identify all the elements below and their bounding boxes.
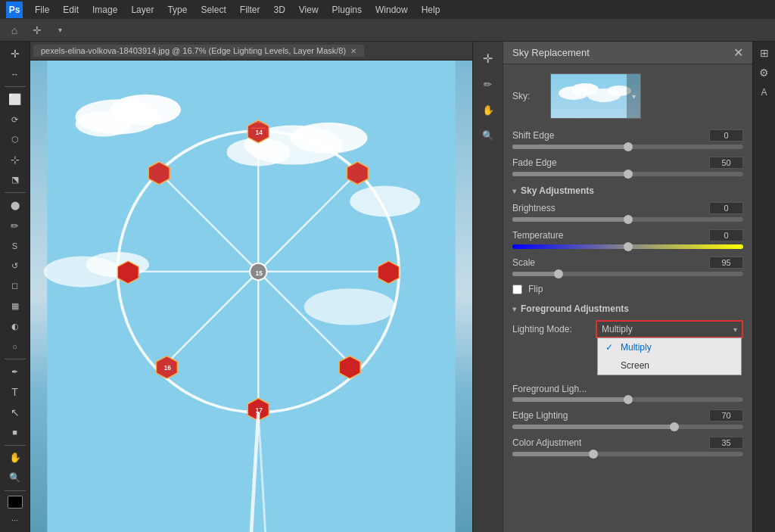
temperature-value[interactable]: [709, 229, 743, 241]
menu-3d[interactable]: 3D: [267, 3, 291, 17]
gradient-tool[interactable]: ▦: [5, 297, 26, 316]
separator-1: [5, 86, 26, 87]
move-icon[interactable]: ✛: [29, 22, 45, 39]
text-tool[interactable]: T: [5, 383, 26, 402]
brightness-slider[interactable]: [512, 217, 743, 222]
shift-edge-control: Shift Edge: [512, 129, 743, 149]
path-select-tool[interactable]: ↖: [5, 403, 26, 422]
fg-adj-chevron: ▾: [512, 305, 516, 313]
options-bar: ⌂ ✛ ▾: [0, 19, 775, 42]
svg-text:17: 17: [256, 406, 263, 414]
temperature-slider[interactable]: [512, 244, 743, 249]
svg-point-10: [304, 288, 396, 325]
screen-label: Screen: [621, 360, 649, 371]
dialog-hand-icon[interactable]: ✋: [478, 99, 499, 120]
flip-checkbox[interactable]: [512, 285, 522, 294]
fade-edge-slider[interactable]: [512, 172, 743, 176]
shift-edge-value[interactable]: [709, 129, 743, 142]
edge-lighting-value[interactable]: [709, 409, 743, 422]
menu-filter[interactable]: Filter: [234, 3, 266, 17]
brightness-label: Brightness: [512, 203, 556, 213]
menu-edit[interactable]: Edit: [57, 3, 85, 17]
menu-window[interactable]: Window: [369, 3, 414, 17]
home-icon[interactable]: ⌂: [6, 22, 23, 39]
document-tab[interactable]: pexels-elina-volkova-18403914.jpg @ 16.7…: [33, 45, 364, 57]
blur-tool[interactable]: ◐: [5, 317, 26, 336]
crop-tool[interactable]: ⊹: [5, 151, 26, 170]
temperature-label: Temperature: [512, 230, 563, 241]
healing-tool[interactable]: ⬤: [5, 196, 26, 215]
dialog-zoom-icon[interactable]: 🔍: [478, 125, 499, 146]
foreground-color[interactable]: [8, 496, 23, 509]
sky-thumbnail[interactable]: ▾: [550, 73, 641, 119]
menu-plugins[interactable]: Plugins: [326, 3, 368, 17]
dialog-close-btn[interactable]: ✕: [733, 45, 743, 60]
color-adjustment-slider[interactable]: [512, 452, 743, 456]
foreground-lighting-control: Foreground Ligh...: [512, 384, 743, 402]
move-tool[interactable]: ✛: [5, 45, 26, 64]
dialog-toolbar: ✛ ✏ ✋ 🔍: [473, 42, 503, 532]
marquee-tool[interactable]: ⬜: [5, 90, 26, 109]
separator-5: [5, 490, 26, 491]
dialog-header: Sky Replacement ✕: [503, 42, 752, 64]
edge-lighting-label: Edge Lighting: [512, 410, 568, 421]
scale-slider[interactable]: [512, 272, 743, 276]
lasso-tool[interactable]: ⟳: [5, 110, 26, 129]
brightness-value[interactable]: [709, 202, 743, 214]
edge-lighting-slider[interactable]: [512, 425, 743, 429]
zoom-tool[interactable]: 🔍: [5, 468, 26, 487]
flip-control: Flip: [512, 284, 743, 294]
shift-edge-label: Shift Edge: [512, 130, 554, 141]
history-brush-tool[interactable]: ↺: [5, 257, 26, 275]
dots-more[interactable]: ···: [5, 510, 26, 529]
svg-marker-19: [347, 162, 368, 185]
svg-marker-21: [339, 356, 360, 379]
foreground-adjustments-header[interactable]: ▾ Foreground Adjustments: [512, 303, 743, 314]
edge-lighting-control: Edge Lighting: [512, 409, 743, 429]
menu-layer[interactable]: Layer: [125, 3, 160, 17]
dialog-move-icon[interactable]: ✛: [478, 48, 499, 69]
sky-adjustments-header[interactable]: ▾ Sky Adjustments: [512, 185, 743, 196]
dialog-title: Sky Replacement: [512, 47, 590, 58]
right-tool-2[interactable]: ⚙: [756, 64, 773, 81]
brightness-control: Brightness: [512, 202, 743, 222]
sky-dropdown-arrow[interactable]: ▾: [627, 74, 640, 118]
quick-select-tool[interactable]: ⬡: [5, 130, 26, 149]
flip-label: Flip: [528, 284, 543, 294]
clone-tool[interactable]: S: [5, 236, 26, 255]
main-area: ✛ ↔ ⬜ ⟳ ⬡ ⊹ ⬔ ⬤ ✏ S ↺ ◻ ▦ ◐ ○ ✒ T ↖ ■ ✋ …: [0, 42, 775, 532]
dodge-tool[interactable]: ○: [5, 338, 26, 356]
color-adjustment-value[interactable]: [709, 437, 743, 449]
brush-tool[interactable]: ✏: [5, 216, 26, 235]
foreground-lighting-slider[interactable]: [512, 397, 743, 402]
fade-edge-value[interactable]: [709, 157, 743, 169]
menu-image[interactable]: Image: [86, 3, 123, 17]
shift-edge-slider[interactable]: [512, 145, 743, 149]
menu-type[interactable]: Type: [161, 3, 193, 17]
svg-marker-20: [378, 261, 399, 284]
tab-close-btn[interactable]: ✕: [350, 47, 356, 55]
option-screen[interactable]: ✓ Screen: [598, 356, 741, 375]
menu-file[interactable]: File: [29, 3, 55, 17]
lighting-mode-dropdown[interactable]: Multiply ▾ ✓ Multiply ✓ Screen: [596, 320, 743, 338]
svg-text:15: 15: [256, 269, 263, 277]
svg-text:16: 16: [164, 364, 172, 372]
scale-value[interactable]: [709, 257, 743, 269]
menu-view[interactable]: View: [293, 3, 325, 17]
right-tool-1[interactable]: ⊞: [756, 45, 773, 61]
eyedropper-tool[interactable]: ⬔: [5, 171, 26, 190]
right-tool-3[interactable]: A: [756, 84, 773, 101]
menu-select[interactable]: Select: [195, 3, 232, 17]
artboard-tool[interactable]: ↔: [5, 65, 26, 84]
hand-tool[interactable]: ✋: [5, 448, 26, 467]
pen-tool[interactable]: ✒: [5, 362, 26, 381]
menu-help[interactable]: Help: [416, 3, 447, 17]
fade-edge-label: Fade Edge: [512, 157, 557, 168]
option-multiply[interactable]: ✓ Multiply: [598, 338, 741, 356]
dialog-paint-icon[interactable]: ✏: [478, 73, 499, 95]
sky-adj-title: Sky Adjustments: [521, 185, 594, 196]
shape-tool[interactable]: ■: [5, 423, 26, 442]
tab-filename: pexels-elina-volkova-18403914.jpg @ 16.7…: [41, 46, 346, 55]
eraser-tool[interactable]: ◻: [5, 277, 26, 296]
dropdown-icon[interactable]: ▾: [51, 22, 68, 39]
